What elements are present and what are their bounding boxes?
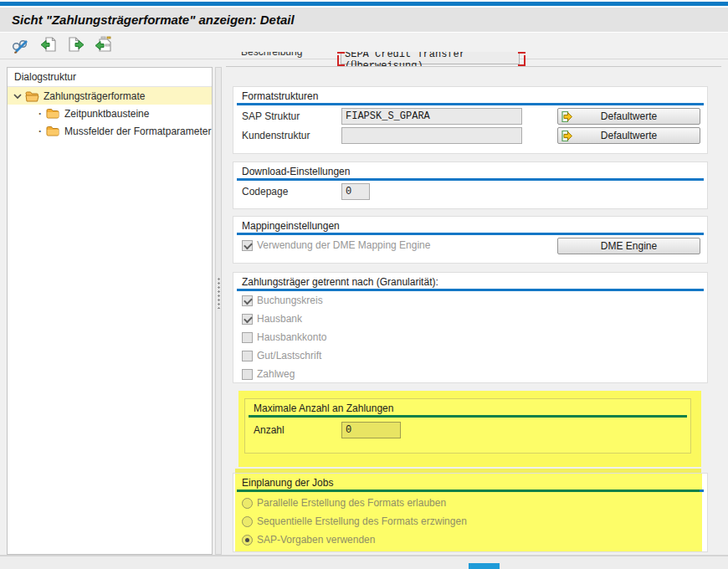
section-underline-green [249, 415, 687, 418]
panel-splitter[interactable] [215, 67, 222, 555]
separator-line [226, 66, 721, 67]
glasses-pencil-icon [12, 35, 31, 57]
granularitaet-row: Gut/Lastschrift [242, 350, 321, 361]
focus-corner-icon [337, 52, 345, 54]
sap-struktur-label: SAP Struktur [242, 110, 300, 122]
hausbank-checkbox[interactable] [242, 314, 253, 325]
display-change-button[interactable] [10, 36, 32, 56]
radio-label: Sequentielle Erstellung des Formats erzw… [257, 515, 467, 527]
section-title: Maximale Anzahl an Zahlungen [254, 402, 393, 414]
beschreibung-label: Beschreibung [241, 52, 302, 58]
focus-corner-icon [337, 55, 345, 66]
granularitaet-row: Hausbank [242, 313, 302, 325]
detail-panel: Beschreibung SEPA Credit Transfer (Überw… [226, 52, 728, 555]
defaultwerte-button-sap[interactable]: Defaultwerte [557, 108, 700, 125]
dialog-structure-panel: Dialogstruktur Zahlungsträgerformate · [7, 67, 213, 555]
copy-defaults-icon [561, 110, 573, 126]
defaultwerte-button-kunden[interactable]: Defaultwerte [557, 127, 700, 144]
parallel-radio[interactable] [242, 498, 253, 509]
dme-engine-button-label: DME Engine [601, 240, 657, 252]
checkbox-label: Hausbankkonto [257, 331, 326, 343]
section-title: Formatstrukturen [242, 90, 318, 102]
bottom-blue-fragment [469, 563, 500, 569]
hausbankkonto-checkbox[interactable] [242, 332, 253, 343]
tree-node-zahlungstraegerformate[interactable]: Zahlungsträgerformate [8, 87, 212, 105]
sap-window: Sicht "Zahlungsträgerformate" anzeigen: … [0, 0, 728, 569]
open-folder-icon [25, 90, 39, 102]
page-arrow-list-icon [95, 35, 113, 57]
section-underline-blue-end [700, 490, 704, 492]
status-strip [0, 555, 728, 569]
closed-folder-icon [46, 126, 60, 137]
next-entry-button[interactable] [65, 36, 87, 56]
einplanung-option-row: Parallelle Erstellung des Formats erlaub… [242, 497, 446, 509]
chevron-down-icon[interactable] [13, 91, 23, 101]
einplanung-section: Einplanung der Jobs Parallelle Erstellun… [233, 473, 708, 552]
radio-label: SAP-Vorgaben verwenden [257, 534, 375, 546]
highlight-zone-max-anzahl: Maximale Anzahl an Zahlungen Anzahl 0 [238, 391, 701, 467]
dme-mapping-checkbox[interactable] [242, 240, 253, 251]
copy-defaults-icon [561, 130, 573, 145]
checkbox-label: Zahlweg [257, 368, 295, 380]
anzahl-label: Anzahl [254, 424, 285, 436]
section-title: Einplanung der Jobs [242, 477, 333, 489]
sequentiell-radio[interactable] [242, 516, 253, 527]
formatstrukturen-section: Formatstrukturen SAP Struktur FIAPSK_S_G… [233, 86, 708, 154]
window-accent-line [0, 2, 728, 6]
buchungskreis-checkbox[interactable] [242, 295, 253, 306]
download-einstellungen-section: Download-Einstellungen Codepage 0 [233, 161, 708, 209]
other-entry-button[interactable] [93, 36, 115, 56]
bullet-icon: · [36, 108, 44, 120]
zahlweg-checkbox[interactable] [242, 369, 253, 380]
section-title: Mappingeinstellungen [242, 220, 340, 232]
dme-mapping-checkbox-label: Verwendung der DME Mapping Engine [257, 239, 430, 251]
gut-lastschrift-checkbox[interactable] [242, 351, 253, 361]
checkbox-label: Gut/Lastschrift [257, 350, 321, 361]
section-underline [237, 178, 704, 181]
granularitaet-row: Buchungskreis [242, 295, 323, 306]
radio-label: Parallelle Erstellung des Formats erlaub… [257, 497, 446, 509]
section-underline [237, 103, 704, 105]
tree-node-label: Mussfelder der Formatparameter [64, 126, 211, 137]
closed-folder-icon [46, 108, 60, 120]
checkbox-label: Buchungskreis [257, 295, 323, 306]
kundenstruktur-label: Kundenstruktur [242, 130, 310, 141]
codepage-field[interactable]: 0 [341, 183, 370, 200]
splitter-grip-icon [217, 277, 221, 309]
codepage-label: Codepage [242, 186, 288, 197]
max-anzahl-section: Maximale Anzahl an Zahlungen Anzahl 0 [244, 398, 691, 454]
sap-vorgaben-radio[interactable] [242, 535, 253, 546]
tree-node-label: Zahlungsträgerformate [44, 90, 145, 102]
einplanung-option-row: SAP-Vorgaben verwenden [242, 534, 375, 546]
page-title: Sicht "Zahlungsträgerformate" anzeigen: … [12, 13, 295, 27]
tree-node-label: Zeitpunktbausteine [64, 108, 149, 120]
defaultwerte-button-label: Defaultwerte [601, 130, 657, 141]
granularitaet-row: Zahlweg [242, 368, 295, 380]
mappingeinstellungen-section: Mappingeinstellungen Verwendung der DME … [233, 216, 708, 264]
tree-node-zeitpunktbausteine[interactable]: · Zeitpunktbausteine [8, 105, 212, 122]
beschreibung-row: Beschreibung SEPA Credit Transfer (Überw… [226, 52, 721, 66]
beschreibung-field[interactable]: SEPA Credit Transfer (Überweisung) [341, 52, 520, 64]
checkbox-label: Hausbank [257, 313, 302, 325]
section-underline [237, 289, 704, 291]
tree-node-mussfelder[interactable]: · Mussfelder der Formatparameter [8, 122, 212, 140]
title-bar: Sicht "Zahlungsträgerformate" anzeigen: … [0, 8, 728, 33]
previous-entry-button[interactable] [38, 36, 59, 56]
focus-corner-icon [518, 55, 525, 66]
anzahl-field[interactable]: 0 [341, 422, 401, 438]
section-title: Download-Einstellungen [242, 166, 350, 177]
section-title: Zahlungsträger getrennt nach (Granularit… [242, 276, 438, 288]
defaultwerte-button-label: Defaultwerte [601, 110, 657, 122]
kundenstruktur-field[interactable] [341, 127, 522, 144]
einplanung-option-row: Sequentielle Erstellung des Formats erzw… [242, 515, 467, 527]
dme-engine-button[interactable]: DME Engine [557, 238, 700, 254]
sap-struktur-field[interactable]: FIAPSK_S_GPARA [341, 108, 522, 125]
focus-corner-icon [518, 52, 525, 54]
section-underline [237, 233, 704, 235]
granularitaet-row: Hausbankkonto [242, 331, 326, 343]
page-arrow-right-icon [67, 35, 85, 57]
page-arrow-left-icon [39, 35, 58, 57]
granularitaet-section: Zahlungsträger getrennt nach (Granularit… [233, 272, 708, 383]
tree-header: Dialogstruktur [8, 68, 212, 87]
bullet-icon: · [36, 126, 44, 137]
